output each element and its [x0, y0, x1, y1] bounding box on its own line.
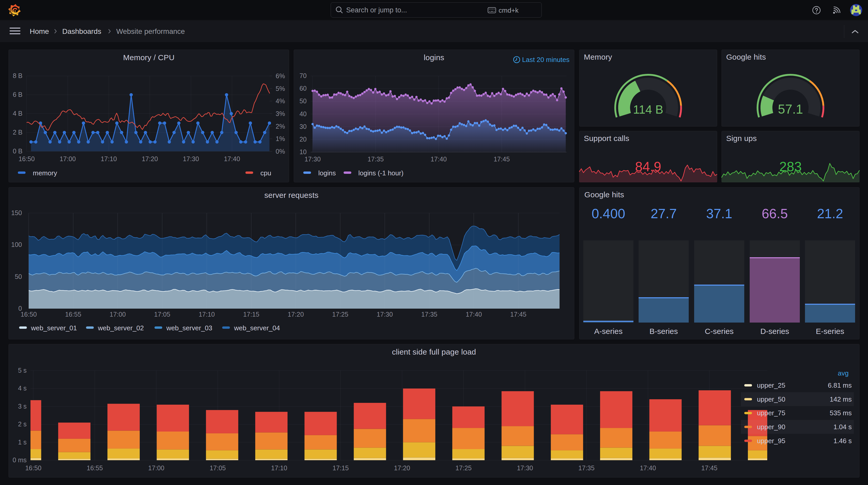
- svg-text:17:40: 17:40: [640, 464, 656, 472]
- svg-text:1 s: 1 s: [18, 439, 27, 446]
- svg-text:6%: 6%: [276, 72, 285, 79]
- svg-text:50: 50: [300, 97, 307, 105]
- svg-text:17:30: 17:30: [305, 156, 321, 163]
- svg-text:27.7: 27.7: [650, 206, 677, 221]
- svg-text:37.1: 37.1: [706, 206, 732, 221]
- svg-text:17:40: 17:40: [466, 311, 482, 318]
- svg-text:17:05: 17:05: [154, 311, 170, 318]
- svg-text:cpu: cpu: [260, 169, 271, 177]
- svg-text:3 s: 3 s: [18, 402, 27, 410]
- svg-text:4%: 4%: [276, 97, 285, 105]
- svg-text:17:00: 17:00: [60, 155, 76, 162]
- svg-text:17:10: 17:10: [199, 311, 215, 318]
- svg-text:17:40: 17:40: [224, 155, 240, 162]
- svg-text:E-series: E-series: [816, 327, 844, 335]
- svg-text:upper_95: upper_95: [757, 437, 785, 445]
- svg-text:17:45: 17:45: [702, 464, 718, 472]
- svg-text:memory: memory: [33, 169, 57, 177]
- svg-text:2%: 2%: [276, 123, 285, 130]
- svg-text:16:50: 16:50: [25, 464, 41, 472]
- svg-text:2 B: 2 B: [13, 129, 23, 136]
- svg-text:16:55: 16:55: [65, 311, 82, 318]
- svg-text:0 ms: 0 ms: [13, 456, 27, 463]
- svg-text:16:50: 16:50: [19, 155, 35, 162]
- svg-text:upper_50: upper_50: [757, 395, 785, 403]
- svg-text:4 B: 4 B: [13, 110, 23, 117]
- svg-text:535 ms: 535 ms: [830, 409, 852, 417]
- svg-text:16:50: 16:50: [21, 311, 37, 318]
- svg-text:A-series: A-series: [594, 327, 623, 335]
- svg-text:8 B: 8 B: [13, 72, 23, 79]
- svg-text:57.1: 57.1: [778, 102, 803, 117]
- svg-text:17:30: 17:30: [377, 311, 393, 318]
- svg-text:D-series: D-series: [760, 327, 789, 335]
- svg-text:upper_75: upper_75: [757, 409, 785, 417]
- svg-text:17:40: 17:40: [431, 156, 447, 163]
- svg-text:10: 10: [300, 148, 307, 156]
- svg-text:1%: 1%: [276, 135, 285, 142]
- svg-text:21.2: 21.2: [817, 206, 843, 221]
- svg-text:4 s: 4 s: [18, 385, 27, 392]
- svg-text:114 B: 114 B: [633, 103, 663, 116]
- svg-text:100: 100: [11, 241, 22, 248]
- svg-text:upper_90: upper_90: [757, 423, 785, 431]
- svg-text:C-series: C-series: [705, 327, 734, 335]
- svg-text:web_server_01: web_server_01: [31, 324, 77, 332]
- svg-text:17:15: 17:15: [243, 311, 259, 318]
- svg-text:150: 150: [11, 209, 22, 217]
- svg-text:16:55: 16:55: [87, 464, 103, 472]
- svg-text:17:35: 17:35: [421, 311, 437, 318]
- svg-text:17:25: 17:25: [456, 464, 472, 472]
- svg-text:20: 20: [300, 136, 307, 143]
- svg-text:17:00: 17:00: [110, 311, 126, 318]
- svg-text:142 ms: 142 ms: [830, 395, 852, 403]
- svg-text:40: 40: [300, 110, 307, 118]
- svg-text:17:35: 17:35: [368, 156, 384, 163]
- svg-text:1.46 s: 1.46 s: [833, 437, 852, 445]
- svg-text:50: 50: [15, 273, 22, 280]
- svg-text:17:35: 17:35: [579, 464, 595, 472]
- svg-text:30: 30: [300, 123, 307, 130]
- svg-text:logins (-1 hour): logins (-1 hour): [358, 169, 404, 177]
- svg-text:17:10: 17:10: [101, 155, 117, 162]
- svg-text:web_server_03: web_server_03: [166, 324, 212, 332]
- svg-text:web_server_04: web_server_04: [234, 324, 280, 332]
- svg-text:17:25: 17:25: [332, 311, 348, 318]
- svg-text:6 B: 6 B: [13, 91, 23, 98]
- svg-text:0%: 0%: [276, 148, 285, 155]
- svg-text:logins: logins: [318, 169, 336, 177]
- svg-text:17:20: 17:20: [288, 311, 304, 318]
- svg-text:17:10: 17:10: [271, 464, 287, 472]
- svg-text:upper_25: upper_25: [757, 382, 785, 389]
- svg-text:17:45: 17:45: [494, 156, 510, 163]
- svg-text:17:15: 17:15: [333, 464, 349, 472]
- svg-text:17:45: 17:45: [510, 311, 526, 318]
- svg-text:0.400: 0.400: [592, 206, 625, 221]
- svg-text:66.5: 66.5: [762, 206, 788, 221]
- svg-text:B-series: B-series: [649, 327, 678, 335]
- svg-text:17:20: 17:20: [142, 155, 158, 162]
- svg-text:6.81 ms: 6.81 ms: [828, 382, 852, 389]
- svg-text:web_server_02: web_server_02: [98, 324, 144, 332]
- svg-text:17:30: 17:30: [183, 155, 199, 162]
- svg-text:17:20: 17:20: [394, 464, 410, 472]
- svg-text:17:30: 17:30: [517, 464, 533, 472]
- svg-text:60: 60: [300, 85, 307, 92]
- svg-text:17:05: 17:05: [210, 464, 226, 472]
- svg-text:avg: avg: [838, 369, 848, 377]
- svg-text:0 B: 0 B: [13, 148, 23, 155]
- svg-text:70: 70: [300, 72, 307, 79]
- svg-text:5%: 5%: [276, 85, 285, 92]
- svg-text:5 s: 5 s: [18, 367, 27, 374]
- svg-text:2 s: 2 s: [18, 420, 27, 428]
- svg-text:3%: 3%: [276, 110, 285, 117]
- svg-text:1.04 s: 1.04 s: [833, 423, 852, 431]
- svg-text:17:00: 17:00: [148, 464, 164, 472]
